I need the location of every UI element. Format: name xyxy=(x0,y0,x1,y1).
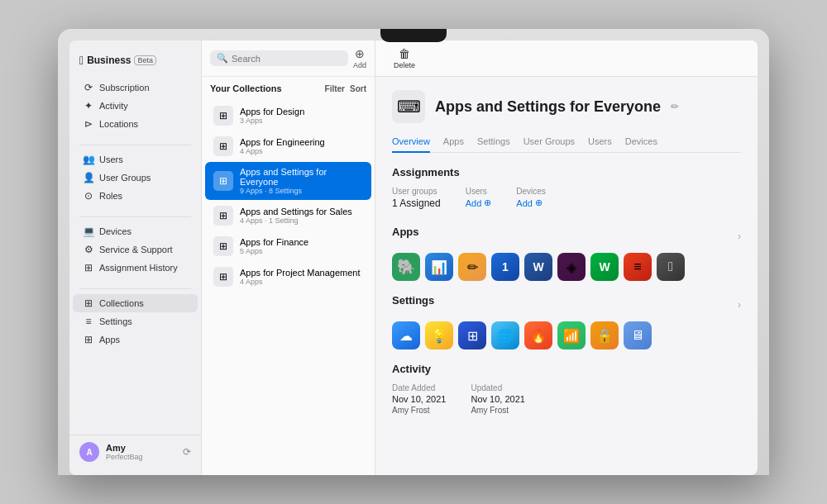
app-icon-slack[interactable]: ◈ xyxy=(557,253,586,281)
setting-icon-wifi[interactable]: 📶 xyxy=(557,321,586,349)
sidebar-item-user-groups[interactable]: 👤 User Groups xyxy=(73,169,198,187)
filter-button[interactable]: Filter xyxy=(325,84,345,93)
sidebar-item-apps[interactable]: ⊞ Apps xyxy=(73,330,198,349)
edit-icon[interactable]: ✏ xyxy=(671,101,679,112)
sidebar-item-settings[interactable]: ≡ Settings xyxy=(73,312,198,330)
sidebar:  Business Beta ⟳ Subscription ✦ Activit… xyxy=(69,40,202,475)
tab-devices[interactable]: Devices xyxy=(625,136,657,153)
sidebar-section-content: ⊞ Collections ≡ Settings ⊞ Apps xyxy=(69,294,201,349)
sidebar-section-org: ⟳ Subscription ✦ Activity ⊳ Locations xyxy=(69,78,201,133)
apps-chevron[interactable]: › xyxy=(738,231,741,242)
setting-icon-bulb[interactable]: 💡 xyxy=(425,321,453,349)
tab-users[interactable]: Users xyxy=(588,136,612,153)
brand-header:  Business Beta xyxy=(69,54,201,78)
users-add-button[interactable]: Add ⊕ xyxy=(466,197,492,208)
devices-icon: 💻 xyxy=(83,226,94,237)
activity-icon: ✦ xyxy=(83,100,94,112)
tab-user-groups[interactable]: User Groups xyxy=(523,136,575,153)
updated-label: Updated xyxy=(471,383,524,392)
detail-header: ⌨ Apps and Settings for Everyone ✏ xyxy=(392,90,741,123)
collection-item-engineering[interactable]: ⊞ Apps for Engineering 4 Apps xyxy=(205,131,371,161)
setting-icon-display[interactable]: 🖥 xyxy=(624,321,652,349)
tab-settings[interactable]: Settings xyxy=(477,136,510,153)
detail-toolbar: 🗑 Delete xyxy=(375,40,758,77)
setting-icon-flame[interactable]: 🔥 xyxy=(524,321,552,349)
sidebar-item-label: Activity xyxy=(99,101,128,111)
setting-icon-lock[interactable]: 🔒 xyxy=(590,321,619,349)
app-icon-keynote[interactable]: 📊 xyxy=(425,253,453,281)
sidebar-item-label: Subscription xyxy=(99,83,150,93)
collection-name: Apps and Settings for Everyone xyxy=(240,167,363,187)
collection-info: Apps for Design 3 Apps xyxy=(240,107,304,125)
users-assignment: Users Add ⊕ xyxy=(466,187,492,209)
search-input[interactable] xyxy=(232,54,342,64)
user-groups-assignment: User groups 1 Assigned xyxy=(392,187,441,209)
sidebar-item-service-support[interactable]: ⚙ Service & Support xyxy=(73,240,198,259)
sidebar-item-roles[interactable]: ⊙ Roles xyxy=(73,187,198,205)
settings-icons-row: ☁ 💡 ⊞ 🌐 🔥 xyxy=(392,321,741,349)
collection-icon: ⊞ xyxy=(213,106,233,126)
setting-icon-icloud[interactable]: ☁ xyxy=(392,321,420,349)
collection-item-finance[interactable]: ⊞ Apps for Finance 5 Apps xyxy=(205,231,371,261)
app-icon-1password[interactable]: 1 xyxy=(491,253,519,281)
settings-chevron[interactable]: › xyxy=(738,299,741,311)
tab-apps[interactable]: Apps xyxy=(443,136,464,153)
settings-icon: ≡ xyxy=(83,316,94,327)
collection-item-design[interactable]: ⊞ Apps for Design 3 Apps xyxy=(205,101,371,131)
collections-list-header: Your Collections Filter Sort xyxy=(202,77,375,97)
users-label: Users xyxy=(466,187,492,196)
collection-name: Apps for Design xyxy=(240,107,304,116)
apps-section: Apps › 🐘 📊 ✏ xyxy=(392,226,741,281)
devices-assignment: Devices Add ⊕ xyxy=(516,187,546,209)
search-box[interactable]: 🔍 xyxy=(210,50,348,66)
tab-overview[interactable]: Overview xyxy=(392,136,430,153)
app-icon-another[interactable]: ≡ xyxy=(624,253,652,281)
user-groups-icon: 👤 xyxy=(83,172,94,183)
collection-meta: 4 Apps xyxy=(240,147,325,155)
updated-col: Updated Nov 10, 2021 Amy Frost xyxy=(471,383,524,415)
collection-info: Apps and Settings for Sales 4 Apps · 1 S… xyxy=(240,207,352,225)
app-icon-pages[interactable]: ✏ xyxy=(458,253,486,281)
sidebar-item-subscription[interactable]: ⟳ Subscription xyxy=(73,78,198,97)
users-icon: 👥 xyxy=(83,154,94,165)
setting-icon-screentime[interactable]: ⊞ xyxy=(458,321,486,349)
app-icon-webex[interactable]: W xyxy=(590,253,619,281)
sort-button[interactable]: Sort xyxy=(350,84,366,93)
detail-title: Apps and Settings for Everyone xyxy=(435,98,661,116)
sidebar-footer: A Amy PerfectBag ⟳ xyxy=(69,435,201,468)
settings-title: Settings xyxy=(392,294,434,307)
sidebar-item-users[interactable]: 👥 Users xyxy=(73,150,198,169)
sidebar-item-assignment-history[interactable]: ⊞ Assignment History xyxy=(73,259,198,277)
collection-item-everyone[interactable]: ⊞ Apps and Settings for Everyone 9 Apps … xyxy=(205,162,371,200)
assignments-grid: User groups 1 Assigned Users Add ⊕ xyxy=(392,187,741,209)
app-icon-word[interactable]: W xyxy=(524,253,552,281)
sidebar-item-collections[interactable]: ⊞ Collections xyxy=(73,294,198,312)
apps-icons-row: 🐘 📊 ✏ 1 W xyxy=(392,253,741,281)
collection-name: Apps for Project Management xyxy=(240,268,361,278)
sidebar-item-activity[interactable]: ✦ Activity xyxy=(73,97,198,115)
app-icon-evernote[interactable]: 🐘 xyxy=(392,253,420,281)
date-added-value: Nov 10, 2021 xyxy=(392,394,446,404)
delete-button[interactable]: 🗑 Delete xyxy=(389,45,420,71)
collection-info: Apps for Engineering 4 Apps xyxy=(240,137,325,155)
collection-item-sales[interactable]: ⊞ Apps and Settings for Sales 4 Apps · 1… xyxy=(205,201,371,231)
sidebar-divider-2 xyxy=(79,216,191,217)
sync-icon[interactable]: ⟳ xyxy=(183,446,191,458)
updated-by: Amy Frost xyxy=(471,406,524,415)
collection-name: Apps for Finance xyxy=(240,237,308,247)
apps-icon: ⊞ xyxy=(83,334,94,345)
beta-badge: Beta xyxy=(134,55,156,65)
app-icon-apple[interactable]:  xyxy=(657,253,685,281)
setting-icon-globe[interactable]: 🌐 xyxy=(491,321,519,349)
add-circle-icon: ⊕ xyxy=(535,197,543,208)
subscription-icon: ⟳ xyxy=(83,82,94,93)
filter-sort-controls: Filter Sort xyxy=(325,84,366,93)
devices-add-button[interactable]: Add ⊕ xyxy=(516,197,546,208)
collection-item-project-management[interactable]: ⊞ Apps for Project Management 4 Apps xyxy=(205,262,371,292)
add-button[interactable]: ⊕ Add xyxy=(353,47,366,69)
sidebar-item-locations[interactable]: ⊳ Locations xyxy=(73,115,198,133)
locations-icon: ⊳ xyxy=(83,118,94,130)
sidebar-item-devices[interactable]: 💻 Devices xyxy=(73,222,198,240)
collection-icon: ⊞ xyxy=(213,236,233,256)
date-added-col: Date Added Nov 10, 2021 Amy Frost xyxy=(392,383,446,415)
